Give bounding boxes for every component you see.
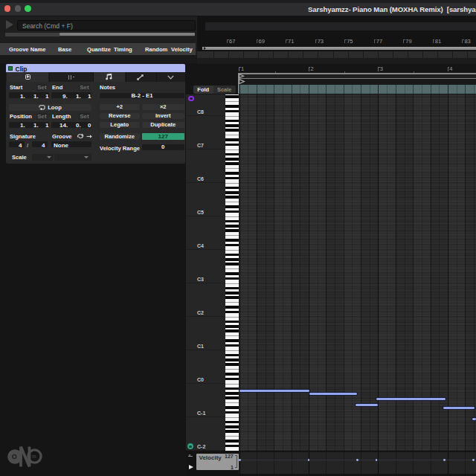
svg-text:m: m <box>32 454 36 459</box>
